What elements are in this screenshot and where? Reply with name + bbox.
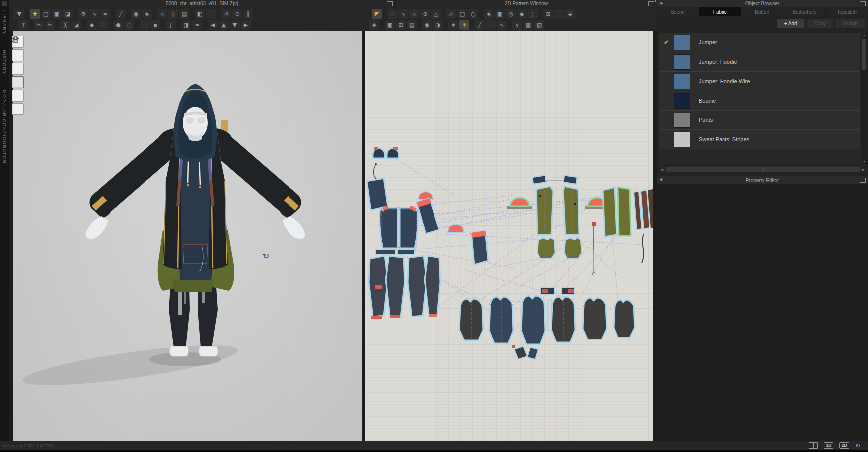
- zipper-tool-button[interactable]: ∫: [166, 20, 176, 30]
- scroll-left-icon[interactable]: ◀: [659, 168, 665, 172]
- internal-polygon-tool-button[interactable]: ◈: [484, 9, 494, 19]
- show-internal-lines-toggle-button[interactable]: [12, 49, 24, 61]
- dock-arrow-icon[interactable]: ◆: [660, 177, 663, 182]
- add-point-split-tool-button[interactable]: ⊕: [420, 9, 430, 19]
- fabric-swatch[interactable]: [674, 54, 690, 70]
- attach-fabric-tool-button[interactable]: ◈: [142, 9, 152, 19]
- attach-pins-tool-button[interactable]: ◉: [131, 9, 141, 19]
- pattern-window-2d[interactable]: [365, 31, 653, 442]
- scroll-up-icon[interactable]: ▲: [862, 33, 867, 38]
- free-sewing-3d-tool-button[interactable]: ≈: [100, 9, 110, 19]
- select-mesh-tool-button[interactable]: ▣: [52, 9, 62, 19]
- select-move-tool-button[interactable]: ✚: [30, 9, 40, 19]
- free-sewing-tool-button[interactable]: ∿: [497, 20, 507, 30]
- copy-pattern-tool-button[interactable]: ⊞: [396, 20, 406, 30]
- measure-tape-tool-button[interactable]: ∩: [157, 9, 167, 19]
- scissors-cut-tool-button[interactable]: ✂: [34, 20, 44, 30]
- rail-tab-history[interactable]: HISTORY: [2, 50, 7, 75]
- tab-topstitch[interactable]: Topstitch: [826, 7, 868, 16]
- garment-tape-tool-button[interactable]: ▤: [179, 9, 189, 19]
- lift-left-tool-button[interactable]: ◀: [208, 20, 218, 30]
- scroll-down-icon[interactable]: ▼: [862, 159, 867, 164]
- sync-2d-3d-tool-button[interactable]: ∗: [448, 20, 458, 30]
- internal-rectangle-tool-button[interactable]: ▣: [495, 9, 505, 19]
- restore-window-icon[interactable]: [860, 1, 866, 6]
- fabric-swatch[interactable]: [674, 93, 690, 109]
- show-avatar-toggle-button[interactable]: [12, 63, 24, 75]
- button-place-tool-button[interactable]: ●: [113, 20, 123, 30]
- avatar-pose-tool-button[interactable]: ϒ: [18, 20, 28, 30]
- split-view-icon[interactable]: [809, 442, 818, 449]
- tab-button[interactable]: Button: [741, 7, 783, 16]
- lift-right-tool-button[interactable]: ▶: [241, 20, 251, 30]
- cloning-layer-tool-button[interactable]: ≡: [554, 9, 564, 19]
- scroll-right-icon[interactable]: ▶: [860, 168, 867, 172]
- lift-up-tool-button[interactable]: ▲: [219, 20, 229, 30]
- symmetric-pattern-tool-button[interactable]: ◑: [433, 20, 443, 30]
- lock-button-tool-button[interactable]: ▪: [150, 20, 160, 30]
- dart-tool-button[interactable]: ◆: [517, 9, 527, 19]
- fabric-row[interactable]: Beanie: [659, 91, 860, 111]
- cut-sew-tool-button[interactable]: ╳: [60, 20, 70, 30]
- fold-arrangement-tool-button[interactable]: ◧: [195, 9, 205, 19]
- fabric-row[interactable]: ✔Jumper: [659, 33, 860, 52]
- edit-curvature-tool-button[interactable]: ∿: [398, 9, 408, 19]
- copy-button[interactable]: Copy: [807, 19, 833, 28]
- measure-length-tool-button[interactable]: ◊: [168, 9, 178, 19]
- sewing-machine-tool-button[interactable]: ⚙: [78, 9, 88, 19]
- flip-pattern-tool-button[interactable]: ◪: [63, 9, 73, 19]
- stick-seam-tool-button[interactable]: ─: [140, 20, 149, 30]
- spray-tack-tool-button[interactable]: ∴: [98, 20, 108, 30]
- fabric-row[interactable]: Jumper: Hoodie: [659, 52, 860, 72]
- circle-tool-button[interactable]: ○: [468, 9, 478, 19]
- fabric-row[interactable]: Pants: [659, 111, 860, 130]
- unfold-pattern-tool-button[interactable]: ▤: [407, 20, 417, 30]
- pattern-layout-tool-button[interactable]: ▦: [523, 20, 533, 30]
- arrange-to-avatar-tool-button[interactable]: ◈: [369, 20, 379, 30]
- show-sewing-tool-button[interactable]: ✳: [459, 20, 469, 30]
- fabric-row[interactable]: Sweat Pants: Stripes: [659, 130, 860, 149]
- sync-icon[interactable]: ↻: [855, 443, 860, 449]
- menu-icon[interactable]: [2, 1, 7, 6]
- polygon-tool-button[interactable]: ◇: [446, 9, 456, 19]
- fabric-row[interactable]: Jumper: Hoodie Wire: [659, 72, 860, 91]
- vscroll-thumb[interactable]: [862, 39, 866, 70]
- fabric-swatch[interactable]: [674, 74, 690, 89]
- segment-sewing-tool-button[interactable]: ⋯: [486, 20, 496, 30]
- texture-edit-tool-button[interactable]: ▧: [534, 20, 544, 30]
- segment-sewing-3d-tool-button[interactable]: ∿: [89, 9, 99, 19]
- edit-curve-point-tool-button[interactable]: ∩: [409, 9, 419, 19]
- dock-arrow-icon[interactable]: ◆: [660, 1, 663, 5]
- avatar-skin-toggle-button[interactable]: [12, 103, 24, 115]
- tab-fabric[interactable]: Fabric: [699, 7, 741, 16]
- ruler-tool-button[interactable]: ∥: [243, 9, 253, 19]
- 2d-window-button[interactable]: 2D: [839, 442, 849, 449]
- monochrome-surface-toggle-button[interactable]: [12, 90, 24, 102]
- restore-window-icon[interactable]: [860, 178, 866, 183]
- hscroll-thumb[interactable]: [666, 167, 860, 172]
- show-pattern-tool-button[interactable]: ◉: [422, 20, 432, 30]
- add-button[interactable]: + Add: [777, 19, 805, 28]
- textured-surface-toggle-button[interactable]: [12, 76, 24, 88]
- scissors-sew-tool-button[interactable]: ✂: [45, 20, 55, 30]
- buttonhole-place-tool-button[interactable]: ◌: [124, 20, 134, 30]
- tab-scene[interactable]: Scene: [657, 7, 699, 16]
- notch-tool-button[interactable]: ∨: [512, 20, 522, 30]
- rail-tab-modular-configurator[interactable]: MODULAR CONFIGURATOR: [2, 90, 7, 164]
- fold-panel-tool-button[interactable]: ◨: [181, 20, 191, 30]
- edit-contextual-tool-button[interactable]: △: [431, 9, 441, 19]
- rectangle-tool-button[interactable]: □: [457, 9, 467, 19]
- rail-tab-library[interactable]: LIBRARY: [2, 10, 7, 35]
- fabric-list-vscrollbar[interactable]: ▲ ▼: [862, 33, 867, 164]
- bend-gizmo-tool-button[interactable]: ↺: [221, 9, 231, 19]
- viewport-3d[interactable]: ↻: [13, 31, 362, 442]
- assign-button[interactable]: Assign: [835, 19, 865, 28]
- wind-controller-tool-button[interactable]: ≈: [192, 20, 202, 30]
- fabric-swatch[interactable]: [674, 132, 690, 147]
- move-pattern-tool-button[interactable]: ▣: [385, 20, 395, 30]
- simulate-tool-button[interactable]: ▼: [14, 9, 24, 19]
- restore-window-icon[interactable]: [387, 1, 393, 6]
- solidify-tool-button[interactable]: ≡: [206, 9, 216, 19]
- pin-needle-tool-button[interactable]: ╱: [116, 9, 126, 19]
- base-line-tool-button[interactable]: ¦: [528, 9, 538, 19]
